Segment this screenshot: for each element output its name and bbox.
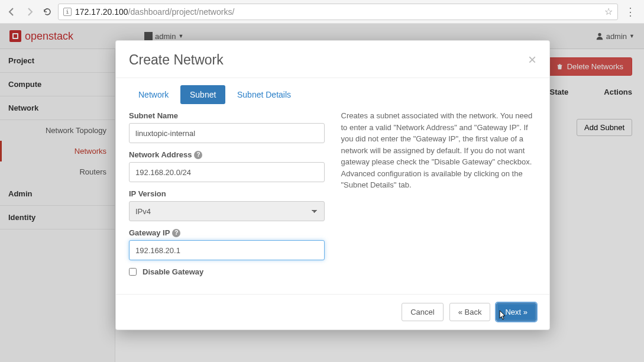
- label-gateway-ip: Gateway IP ?: [129, 228, 325, 237]
- ip-version-select[interactable]: IPv4: [129, 201, 325, 221]
- gateway-ip-input[interactable]: [129, 240, 325, 260]
- disable-gateway-checkbox[interactable]: [129, 268, 137, 276]
- bookmark-star-icon[interactable]: ☆: [604, 6, 613, 17]
- reload-button[interactable]: [40, 5, 54, 19]
- label-subnet-name: Subnet Name: [129, 111, 325, 120]
- subnet-name-input[interactable]: [129, 123, 325, 143]
- back-button[interactable]: [5, 5, 19, 19]
- label-ip-version: IP Version: [129, 189, 325, 198]
- modal-help-text: Creates a subnet associated with the net…: [341, 110, 537, 191]
- url-text: 172.17.20.100/dashboard/project/networks…: [75, 7, 234, 17]
- create-network-modal: Create Network × Network Subnet Subnet D…: [115, 40, 550, 330]
- browser-toolbar: i 172.17.20.100/dashboard/project/networ…: [0, 0, 644, 24]
- help-icon[interactable]: ?: [194, 151, 202, 159]
- tab-subnet[interactable]: Subnet: [180, 85, 225, 104]
- modal-tabs: Network Subnet Subnet Details: [129, 85, 325, 104]
- close-icon[interactable]: ×: [528, 51, 536, 68]
- tab-subnet-details[interactable]: Subnet Details: [228, 85, 300, 104]
- modal-title: Create Network: [129, 52, 224, 68]
- help-icon[interactable]: ?: [172, 229, 180, 237]
- network-address-input[interactable]: [129, 162, 325, 182]
- label-disable-gateway: Disable Gateway: [143, 267, 203, 276]
- next-button[interactable]: Next »: [496, 303, 536, 321]
- site-info-icon[interactable]: i: [63, 8, 72, 16]
- label-network-address: Network Address ?: [129, 150, 325, 159]
- browser-menu-icon[interactable]: ⋮: [622, 5, 639, 18]
- cancel-button[interactable]: Cancel: [402, 303, 443, 321]
- back-button[interactable]: « Back: [449, 303, 491, 321]
- tab-network[interactable]: Network: [129, 85, 178, 104]
- forward-button[interactable]: [22, 5, 37, 19]
- url-bar[interactable]: i 172.17.20.100/dashboard/project/networ…: [58, 4, 618, 20]
